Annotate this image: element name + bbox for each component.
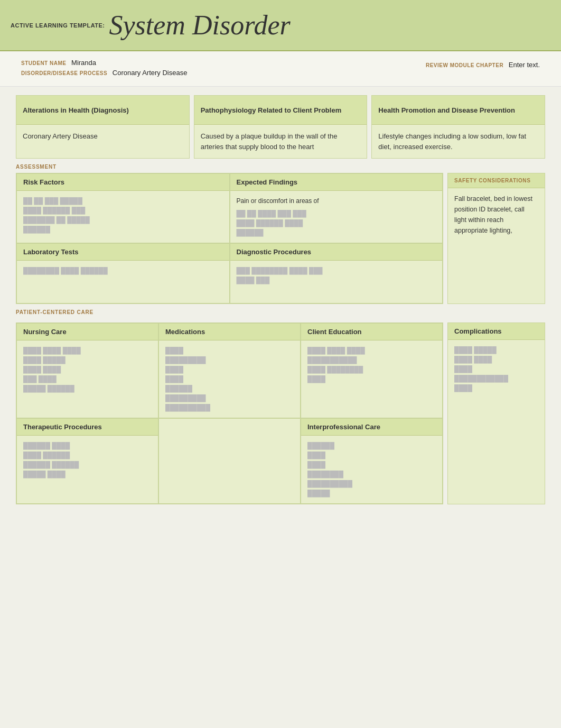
medications-blurred: ████ █████████ ████ ████ ██████ ████████… — [165, 346, 294, 412]
health-promo-header: Health Promotion and Disease Prevention — [372, 96, 545, 125]
safety-body: Fall bracelet, bed in lowest position ID… — [448, 188, 545, 241]
complications-panel: Complications ████ █████ ████ ████ ████ … — [447, 322, 545, 504]
lab-tests-header: Laboratory Tests — [17, 244, 229, 261]
client-education-body: ████ ████ ████ ███████████ ████ ████████… — [301, 340, 442, 399]
safety-header: SAFETY CONSIDERATIONS — [448, 173, 545, 188]
expected-findings-text: Pain or discomfort in areas of — [237, 197, 319, 205]
review-label: REVIEW MODULE CHAPTER — [426, 62, 503, 68]
pathophys-body: Caused by a plaque buildup in the wall o… — [194, 125, 367, 158]
top-col-pathophys: Pathophysiology Related to Client Proble… — [194, 95, 368, 159]
diagnosis-header: Alterations in Health (Diagnosis) — [16, 96, 189, 125]
expected-findings-cell: Expected Findings Pain or discomfort in … — [230, 173, 443, 243]
interprofessional-care-cell: Interprofessional Care ██████ ████ ████ … — [301, 418, 443, 504]
nursing-care-cell: Nursing Care ████ ████ ████ ████ █████ █… — [16, 323, 158, 418]
pcc-empty-cell — [158, 418, 301, 504]
student-name-value: Miranda — [71, 59, 96, 67]
assessment-area: Risk Factors ██ ██ ███ █████ ████ ██████… — [16, 173, 545, 304]
pcc-grid: Nursing Care ████ ████ ████ ████ █████ █… — [16, 323, 443, 504]
student-name-label: STUDENT NAME — [21, 60, 66, 66]
nursing-care-body: ████ ████ ████ ████ █████ ████ ████ ███ … — [17, 340, 158, 399]
top-col-health-promo: Health Promotion and Disease Prevention … — [371, 95, 545, 159]
disorder-label: DISORDER/DISEASE PROCESS — [21, 70, 107, 76]
risk-factors-header: Risk Factors — [17, 174, 229, 191]
complications-blurred: ████ █████ ████ ████ ████ ████████████ █… — [454, 345, 538, 393]
diagnosis-body: Coronary Artery Disease — [16, 125, 189, 148]
disorder-row: DISORDER/DISEASE PROCESS Coronary Artery… — [21, 69, 187, 77]
main-content: Alterations in Health (Diagnosis) Corona… — [0, 87, 561, 513]
diagnostic-procedures-body: ███ ████████ ████ ███ ████ ███ — [230, 261, 443, 303]
safety-panel: SAFETY CONSIDERATIONS Fall bracelet, bed… — [447, 173, 545, 304]
interprofessional-care-body: ██████ ████ ████ ████████ ██████████ ███… — [301, 436, 442, 503]
medications-cell: Medications ████ █████████ ████ ████ ███… — [158, 323, 301, 418]
info-bar: STUDENT NAME Miranda DISORDER/DISEASE PR… — [0, 51, 561, 87]
diagnostic-procedures-cell: Diagnostic Procedures ███ ████████ ████ … — [230, 243, 443, 303]
interprofessional-blurred: ██████ ████ ████ ████████ ██████████ ███… — [307, 441, 436, 498]
expected-findings-header: Expected Findings — [230, 174, 443, 191]
medications-header: Medications — [159, 324, 300, 340]
risk-factors-cell: Risk Factors ██ ██ ███ █████ ████ ██████… — [16, 173, 230, 243]
client-ed-blurred: ████ ████ ████ ███████████ ████ ████████… — [307, 346, 436, 384]
risk-factors-blurred: ██ ██ ███ █████ ████ ██████ ███ ███████ … — [23, 196, 223, 234]
pcc-empty-body — [159, 419, 300, 477]
diagnostic-blurred: ███ ████████ ████ ███ ████ ███ — [237, 266, 436, 285]
info-left: STUDENT NAME Miranda DISORDER/DISEASE PR… — [21, 59, 187, 79]
lab-tests-blurred: ████████ ████ ██████ — [23, 266, 223, 275]
interprofessional-care-header: Interprofessional Care — [301, 419, 442, 436]
lab-tests-cell: Laboratory Tests ████████ ████ ██████ — [16, 243, 230, 303]
medications-body: ████ █████████ ████ ████ ██████ ████████… — [159, 340, 300, 418]
active-label: ACTIVE LEARNING TEMPLATE: — [11, 22, 105, 29]
header: ACTIVE LEARNING TEMPLATE: System Disorde… — [0, 0, 561, 51]
complications-header: Complications — [448, 323, 545, 340]
lab-tests-body: ████████ ████ ██████ — [17, 261, 229, 303]
pathophys-header: Pathophysiology Related to Client Proble… — [194, 96, 367, 125]
expected-findings-body: Pain or discomfort in areas of ██ ██ ███… — [230, 191, 443, 243]
client-education-cell: Client Education ████ ████ ████ ████████… — [301, 323, 443, 418]
therapeutic-procedures-body: ██████ ████ ████ ██████ ██████ ██████ ██… — [17, 436, 158, 494]
client-education-header: Client Education — [301, 324, 442, 340]
health-promo-body: Lifestyle changes including a low sodium… — [372, 125, 545, 158]
page-title: System Disorder — [109, 10, 291, 41]
top-columns: Alterations in Health (Diagnosis) Corona… — [16, 95, 545, 159]
assessment-main: Risk Factors ██ ██ ███ █████ ████ ██████… — [16, 173, 443, 304]
review-module-area: REVIEW MODULE CHAPTER Enter text. — [426, 59, 540, 69]
therapeutic-procedures-cell: Therapeutic Procedures ██████ ████ ████ … — [16, 418, 158, 504]
disorder-value: Coronary Artery Disease — [113, 69, 188, 77]
pcc-main: Nursing Care ████ ████ ████ ████ █████ █… — [16, 322, 443, 504]
diagnostic-procedures-header: Diagnostic Procedures — [230, 244, 443, 261]
review-value: Enter text. — [509, 61, 540, 69]
assessment-label: ASSESSMENT — [16, 159, 545, 173]
student-name-row: STUDENT NAME Miranda — [21, 59, 187, 67]
nursing-care-blurred: ████ ████ ████ ████ █████ ████ ████ ███ … — [23, 346, 152, 393]
expected-findings-blurred: ██ ██ ████ ███ ███ ████ ██████ ████ ████… — [237, 209, 436, 237]
top-col-diagnosis: Alterations in Health (Diagnosis) Corona… — [16, 95, 190, 159]
pcc-label: PATIENT-CENTERED CARE — [16, 304, 545, 318]
assess-grid: Risk Factors ██ ██ ███ █████ ████ ██████… — [16, 173, 443, 303]
nursing-care-header: Nursing Care — [17, 324, 158, 340]
complications-body: ████ █████ ████ ████ ████ ████████████ █… — [448, 340, 545, 398]
therapeutic-procedures-header: Therapeutic Procedures — [17, 419, 158, 436]
pcc-area: Nursing Care ████ ████ ████ ████ █████ █… — [16, 322, 545, 504]
therapeutic-blurred: ██████ ████ ████ ██████ ██████ ██████ ██… — [23, 441, 152, 479]
risk-factors-body: ██ ██ ███ █████ ████ ██████ ███ ███████ … — [17, 191, 229, 239]
